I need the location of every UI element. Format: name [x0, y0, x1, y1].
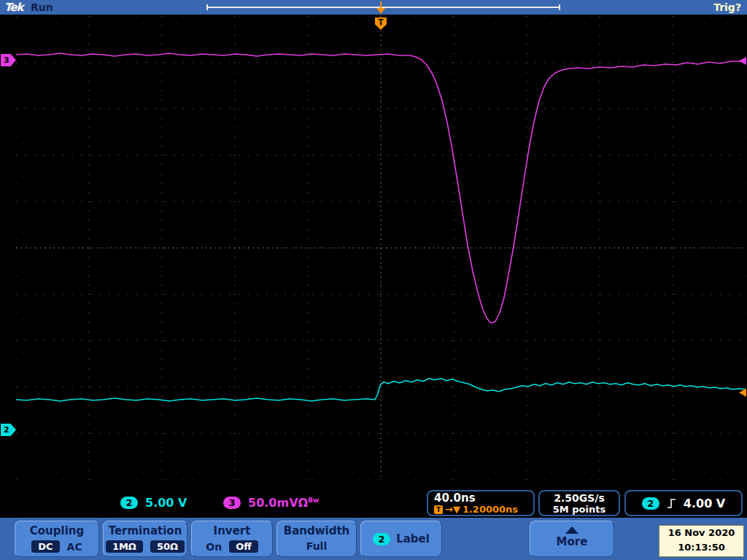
more-title: More [530, 535, 614, 548]
readout-strip: 2 5.00 V 3 50.0mVΩBw 40.0ns T →▼ 1.20000… [0, 489, 747, 518]
ch2-readout: 2 5.00 V [120, 496, 187, 510]
termination-title: Termination [104, 524, 187, 537]
trigger-readout: 2 4.00 V [624, 490, 743, 516]
ch3-bandwidth-limit: Bw [308, 497, 319, 504]
ch2-scale: 5.00 V [145, 496, 187, 510]
trigger-level-value: 4.00 V [684, 497, 725, 510]
coupling-option-dc[interactable]: DC [31, 540, 59, 553]
coupling-title: Coupling [15, 524, 98, 537]
termination-option-50ohm[interactable]: 50Ω [150, 540, 185, 553]
ch2-badge: 2 [120, 497, 138, 509]
more-up-arrow-icon [565, 526, 578, 534]
invert-title: Invert [192, 524, 272, 537]
time-value: 10:13:50 [659, 540, 743, 555]
label-title: Label [396, 532, 430, 545]
coupling-option-ac[interactable]: AC [67, 541, 82, 553]
trigger-position-arrow-icon[interactable] [376, 1, 386, 14]
record-length: 5M points [540, 505, 619, 515]
label-button[interactable]: 2 Label [360, 521, 442, 557]
top-status-bar: Tek Run Trig? [0, 0, 747, 15]
invert-option-off[interactable]: Off [229, 540, 258, 553]
invert-option-on[interactable]: On [206, 541, 222, 553]
delay-arrows-icon: →▼ [445, 504, 460, 515]
termination-button[interactable]: Termination 1MΩ 50Ω [103, 521, 187, 557]
display-area: T 3 2 [0, 15, 747, 489]
graticule: 3 2 [16, 16, 746, 480]
trigger-delay-value: 1.20000ns [462, 504, 518, 515]
ch2-ground-marker[interactable]: 2 [1, 424, 16, 436]
datetime-display: 16 Nov 2020 10:13:50 [659, 525, 744, 557]
acquisition-readout: 2.50GS/s 5M points [538, 490, 620, 516]
label-channel-badge: 2 [373, 533, 390, 545]
coupling-button[interactable]: Coupling DC AC [15, 521, 99, 557]
timebase-readout: 40.0ns T →▼ 1.20000ns [427, 490, 535, 516]
termination-option-1mohm[interactable]: 1MΩ [106, 540, 143, 553]
oscilloscope-screen: { "colors": { "tekblue": "#3a68b0", "btn… [0, 0, 747, 560]
ch3-badge: 3 [223, 497, 241, 509]
sample-rate: 2.50GS/s [540, 492, 619, 505]
more-button[interactable]: More [530, 521, 614, 557]
trace-ch2 [16, 378, 746, 401]
tek-logo: Tek [4, 1, 23, 14]
invert-button[interactable]: Invert On Off [191, 521, 273, 557]
ch3-ground-marker[interactable]: 3 [1, 54, 16, 66]
trace-ch3 [16, 53, 746, 323]
bandwidth-title: Bandwidth [277, 524, 356, 537]
trigger-status: Trig? [713, 1, 741, 13]
trigger-delay-readout: T →▼ 1.20000ns [434, 504, 527, 515]
ch3-scale: 50.0mVΩBw [248, 496, 319, 510]
trigger-source-badge: 2 [642, 497, 659, 510]
trigger-icon: T [434, 505, 443, 514]
acquisition-status: Run [31, 1, 53, 13]
rising-edge-icon [667, 497, 676, 509]
timebase-value: 40.0ns [434, 493, 527, 504]
soft-menu-bar: Coupling DC AC Termination 1MΩ 50Ω Inver… [0, 518, 747, 560]
bandwidth-button[interactable]: Bandwidth Full [276, 521, 357, 557]
bandwidth-value: Full [306, 540, 327, 552]
waveform-traces [16, 16, 746, 480]
ch3-readout: 3 50.0mVΩBw [223, 496, 319, 510]
date-value: 16 Nov 2020 [659, 526, 743, 540]
